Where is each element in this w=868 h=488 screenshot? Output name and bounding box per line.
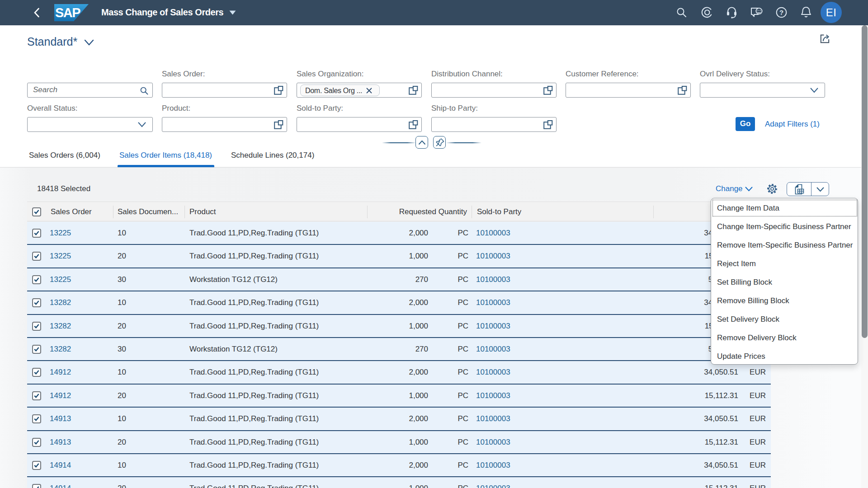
svg-text:SAP: SAP xyxy=(55,5,80,20)
svg-text:?: ? xyxy=(779,9,783,16)
